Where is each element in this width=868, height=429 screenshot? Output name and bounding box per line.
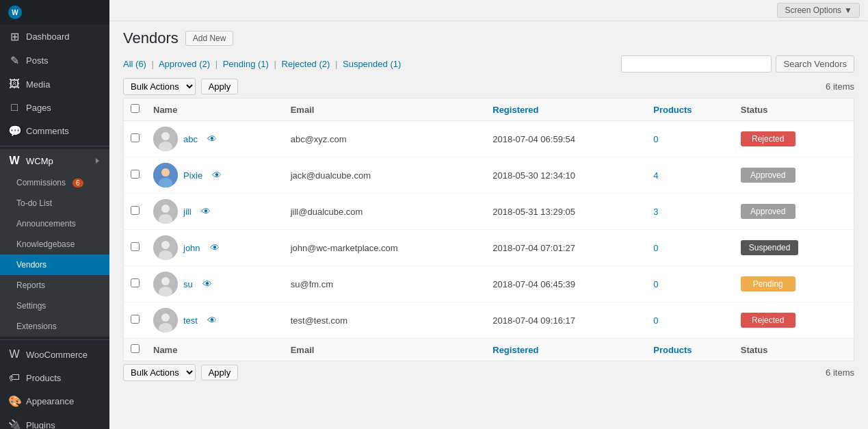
- vendor-registered: 2018-05-31 13:29:05: [486, 194, 646, 230]
- table-footer-row: Name Email Registered Products Status: [124, 339, 854, 361]
- row-checkbox[interactable]: [131, 170, 140, 179]
- footer-status: Status: [734, 339, 854, 361]
- sidebar-item-label: Dashboard: [26, 31, 70, 42]
- sidebar-item-appearance[interactable]: 🎨 Appearance: [0, 389, 109, 413]
- top-toolbar: Bulk Actions Apply 6 items: [123, 78, 854, 95]
- vendor-name-link[interactable]: abc: [183, 134, 198, 144]
- eye-icon[interactable]: 👁: [201, 206, 211, 217]
- bulk-actions-select-bottom[interactable]: Bulk Actions: [123, 364, 196, 381]
- add-new-button[interactable]: Add New: [185, 31, 234, 46]
- items-count-top: 6 items: [826, 81, 854, 92]
- plugins-icon: 🔌: [8, 419, 21, 429]
- header-products[interactable]: Products: [646, 99, 733, 121]
- eye-icon[interactable]: 👁: [202, 278, 212, 289]
- sidebar-item-announcements[interactable]: Announcements: [0, 213, 109, 234]
- filter-pending[interactable]: Pending (1): [223, 59, 269, 69]
- search-row: Search Vendors: [621, 55, 854, 73]
- products-link[interactable]: 0: [653, 315, 658, 326]
- filter-rejected[interactable]: Rejected (2): [282, 59, 330, 69]
- search-button[interactable]: Search Vendors: [776, 55, 854, 73]
- row-checkbox[interactable]: [131, 133, 140, 142]
- sidebar-item-vendors[interactable]: Vendors: [0, 255, 109, 275]
- sidebar: W ⊞ Dashboard ✎ Posts 🖼 Media □ Pages 💬 …: [0, 0, 109, 429]
- header-name: Name: [146, 99, 284, 121]
- eye-icon[interactable]: 👁: [207, 315, 217, 326]
- footer-products[interactable]: Products: [646, 339, 733, 361]
- name-cell: jill 👁: [153, 199, 277, 224]
- vendor-name-link[interactable]: john: [183, 243, 200, 253]
- sidebar-arrow-icon: [93, 149, 101, 172]
- bulk-actions-select-top[interactable]: Bulk Actions: [123, 78, 196, 95]
- svg-point-13: [161, 277, 170, 285]
- row-checkbox[interactable]: [131, 242, 140, 251]
- sidebar-item-label: WCMp: [26, 156, 53, 166]
- sidebar-item-commissions[interactable]: Commissions 6: [0, 172, 109, 193]
- apply-button-top[interactable]: Apply: [201, 79, 239, 94]
- sidebar-item-label: Appearance: [26, 396, 74, 406]
- eye-icon[interactable]: 👁: [212, 170, 222, 181]
- page-content: Vendors Add New All (6) | Approved (2) |…: [109, 21, 868, 389]
- sidebar-item-plugins[interactable]: 🔌 Plugins: [0, 413, 109, 429]
- select-all-footer-checkbox[interactable]: [131, 344, 140, 353]
- eye-icon[interactable]: 👁: [210, 242, 220, 253]
- wp-logo-icon: W: [8, 5, 22, 19]
- products-icon: 🏷: [8, 372, 21, 384]
- products-link[interactable]: 0: [653, 134, 658, 144]
- sidebar-item-knowledgebase[interactable]: Knowledgebase: [0, 234, 109, 255]
- commissions-badge: 6: [73, 179, 83, 187]
- search-input[interactable]: [621, 55, 772, 73]
- screen-options-label: Screen Options: [785, 5, 841, 15]
- sidebar-item-settings[interactable]: Settings: [0, 296, 109, 316]
- header-checkbox-col: [124, 99, 147, 121]
- vendor-name-link[interactable]: Pixie: [183, 170, 202, 181]
- sidebar-item-dashboard[interactable]: ⊞ Dashboard: [0, 25, 109, 49]
- sidebar-item-todo[interactable]: To-do List: [0, 193, 109, 213]
- select-all-checkbox[interactable]: [131, 104, 140, 113]
- products-link[interactable]: 3: [653, 207, 658, 217]
- apply-button-bottom[interactable]: Apply: [201, 365, 239, 380]
- status-badge: Rejected: [741, 313, 795, 328]
- sidebar-item-extensions[interactable]: Extensions: [0, 316, 109, 337]
- vendor-email: john@wc-marketplace.com: [284, 230, 486, 266]
- sidebar-item-products[interactable]: 🏷 Products: [0, 366, 109, 389]
- avatar: [153, 127, 178, 151]
- vendor-name-link[interactable]: su: [183, 279, 193, 289]
- name-cell: su 👁: [153, 272, 277, 296]
- eye-icon[interactable]: 👁: [207, 133, 217, 144]
- vendor-name-link[interactable]: test: [183, 315, 198, 326]
- sidebar-item-media[interactable]: 🖼 Media: [0, 73, 109, 96]
- header-registered[interactable]: Registered: [486, 99, 646, 121]
- vendor-name-link[interactable]: jill: [183, 207, 192, 217]
- vendor-registered: 2018-05-30 12:34:10: [486, 157, 646, 194]
- products-link[interactable]: 0: [653, 243, 658, 253]
- sidebar-item-wcmp[interactable]: W WCMp: [0, 149, 109, 172]
- sidebar-item-reports[interactable]: Reports: [0, 275, 109, 296]
- products-link[interactable]: 0: [653, 279, 658, 289]
- bulk-actions-bottom: Bulk Actions Apply: [123, 364, 238, 381]
- row-checkbox[interactable]: [131, 278, 140, 287]
- vendor-email: su@fm.cm: [284, 266, 486, 302]
- sidebar-item-label: WooCommerce: [26, 350, 88, 360]
- filter-suspended[interactable]: Suspended (1): [343, 59, 401, 69]
- screen-options-bar: Screen Options ▼: [109, 0, 868, 21]
- sidebar-item-posts[interactable]: ✎ Posts: [0, 49, 109, 73]
- filter-all[interactable]: All (6): [123, 59, 146, 69]
- products-link[interactable]: 4: [653, 170, 658, 181]
- row-checkbox[interactable]: [131, 315, 140, 324]
- sidebar-item-pages[interactable]: □ Pages: [0, 96, 109, 119]
- comments-icon: 💬: [8, 125, 21, 138]
- posts-icon: ✎: [8, 54, 21, 67]
- sidebar-item-woocommerce[interactable]: W WooCommerce: [0, 343, 109, 366]
- media-icon: 🖼: [8, 78, 21, 90]
- items-count-bottom: 6 items: [826, 367, 854, 378]
- main-content: Screen Options ▼ Vendors Add New All (6)…: [109, 0, 868, 429]
- vendor-email: abc@xyz.com: [284, 121, 486, 157]
- screen-options-button[interactable]: Screen Options ▼: [777, 3, 860, 18]
- sidebar-item-comments[interactable]: 💬 Comments: [0, 119, 109, 143]
- header-email: Email: [284, 99, 486, 121]
- sidebar-item-label: Announcements: [16, 219, 76, 229]
- name-cell: test 👁: [153, 308, 277, 333]
- row-checkbox[interactable]: [131, 206, 140, 215]
- filter-approved[interactable]: Approved (2): [159, 59, 210, 69]
- footer-registered[interactable]: Registered: [486, 339, 646, 361]
